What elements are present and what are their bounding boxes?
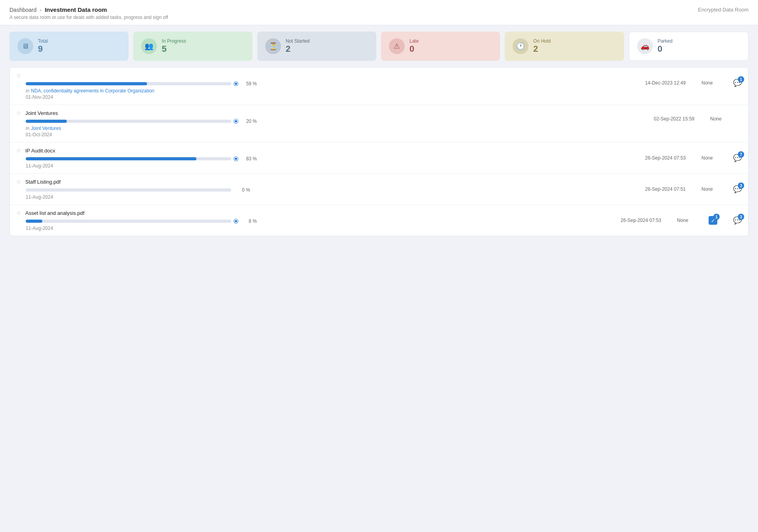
progress-section: 8 % [26, 218, 615, 224]
progress-pct: 83 % [243, 156, 257, 162]
stat-label-total: Total [38, 38, 48, 44]
progress-dot [234, 219, 238, 223]
row-inner: ☆ Asset list and analysis.pdf 8 % 11-Aug… [16, 210, 742, 231]
stat-icon-onhold: 🕐 [513, 38, 528, 54]
task-datetime: 26-Sep-2024 07:53 [645, 155, 686, 161]
task-top: ☆ Asset list and analysis.pdf [16, 210, 615, 216]
stats-bar: 🖥 Total 9 👥 In Progress 5 ⏳ Not Started … [0, 25, 758, 67]
star-icon[interactable]: ☆ [16, 147, 21, 154]
progress-pct: 59 % [243, 81, 257, 86]
star-icon[interactable]: ☆ [16, 179, 21, 185]
page-title: Investment Data room [45, 6, 107, 13]
task-date: 11-Aug-2024 [26, 226, 615, 231]
task-date: 01-Nov-2024 [26, 94, 615, 100]
task-comments[interactable]: 💬 3 [733, 185, 742, 194]
star-icon[interactable]: ☆ [16, 110, 21, 116]
task-name: Asset list and analysis.pdf [25, 210, 85, 216]
stat-icon-notstarted: ⏳ [265, 38, 281, 54]
star-icon[interactable]: ☆ [16, 72, 21, 79]
progress-section: 59 % [26, 81, 615, 86]
task-top: ☆ Joint Ventures [16, 110, 615, 116]
task-comments[interactable]: 💬 1 [733, 79, 742, 87]
task-date: 01-Oct-2024 [26, 132, 615, 137]
stat-card-total[interactable]: 🖥 Total 9 [9, 32, 128, 61]
stat-label-onhold: On Hold [533, 38, 551, 44]
task-assignee: None [701, 155, 717, 161]
star-icon[interactable]: ☆ [16, 210, 21, 216]
stat-info-notstarted: Not Started 2 [286, 38, 310, 54]
stat-label-notstarted: Not Started [286, 38, 310, 44]
task-parent-label: in [26, 126, 29, 131]
task-datetime: 26-Sep-2024 07:53 [620, 218, 661, 223]
row-right: 14-Dec-2023 12:49 None 💬 1 [615, 72, 742, 87]
stat-count-onhold: 2 [533, 44, 551, 54]
task-parent-label: in [26, 88, 29, 94]
comment-badge: 3 [738, 182, 744, 189]
progress-pct: 0 % [236, 187, 250, 193]
task-name: Joint Ventures [25, 110, 58, 116]
task-datetime: 14-Dec-2023 12:49 [645, 80, 686, 86]
encrypted-label: Encrypted Data Room [698, 7, 749, 13]
task-assignee: None [677, 218, 693, 223]
stat-card-notstarted[interactable]: ⏳ Not Started 2 [257, 32, 376, 61]
stat-card-parked[interactable]: 🚗 Parked 0 [629, 32, 749, 61]
progress-bar-fill [26, 220, 42, 223]
row-right: 26-Sep-2024 07:53 None 💬 7 [615, 147, 742, 162]
row-inner: ☆ IP Audit.docx 83 % 11-Aug-2024 26-Sep-… [16, 147, 742, 169]
stat-label-inprogress: In Progress [162, 38, 186, 44]
row-left: ☆ IP Audit.docx 83 % 11-Aug-2024 [16, 147, 615, 169]
task-top: ☆ [16, 72, 615, 79]
task-date: 11-Aug-2024 [26, 163, 615, 169]
task-check-wrapper[interactable]: ✓ 1 [709, 216, 717, 225]
stat-info-inprogress: In Progress 5 [162, 38, 186, 54]
row-left: ☆ 59 % in NDA, confidentiality agreement… [16, 72, 615, 100]
breadcrumb-dashboard[interactable]: Dashboard [9, 7, 37, 13]
stat-icon-late: ⚠ [389, 38, 405, 54]
table-row: ☆ IP Audit.docx 83 % 11-Aug-2024 26-Sep-… [10, 143, 748, 174]
task-parent-row: in NDA, confidentiality agreements in Co… [26, 88, 615, 94]
progress-pct: 8 % [243, 218, 257, 224]
stat-info-parked: Parked 0 [658, 38, 673, 54]
stat-card-inprogress[interactable]: 👥 In Progress 5 [133, 32, 252, 61]
progress-section: 0 % [26, 187, 615, 193]
check-badge: 1 [713, 214, 720, 220]
stat-info-late: Late 0 [409, 38, 419, 54]
comment-badge: 7 [738, 151, 744, 158]
row-inner: ☆ Staff Listing.pdf 0 % 11-Aug-2024 26-S… [16, 179, 742, 200]
task-name: Staff Listing.pdf [25, 179, 60, 185]
progress-bar-fill [26, 120, 67, 123]
progress-dot [234, 119, 238, 123]
task-parent-link[interactable]: NDA, confidentiality agreements in Corpo… [31, 88, 154, 94]
stat-count-parked: 0 [658, 44, 673, 54]
stat-count-inprogress: 5 [162, 44, 186, 54]
row-right: 26-Sep-2024 07:51 None 💬 3 [615, 179, 742, 194]
progress-bar-fill [26, 157, 196, 160]
stat-card-late[interactable]: ⚠ Late 0 [381, 32, 500, 61]
progress-bar-wrapper [26, 188, 231, 192]
stat-icon-total: 🖥 [17, 38, 33, 54]
task-assignee: None [710, 116, 726, 122]
stat-count-notstarted: 2 [286, 44, 310, 54]
stat-info-total: Total 9 [38, 38, 48, 54]
stat-count-total: 9 [38, 44, 48, 54]
stat-info-onhold: On Hold 2 [533, 38, 551, 54]
progress-section: 83 % [26, 156, 615, 162]
row-left: ☆ Staff Listing.pdf 0 % 11-Aug-2024 [16, 179, 615, 200]
stat-count-late: 0 [409, 44, 419, 54]
table-row: ☆ Staff Listing.pdf 0 % 11-Aug-2024 26-S… [10, 174, 748, 205]
task-datetime: 02-Sep-2022 15:59 [654, 116, 694, 122]
progress-bar-wrapper [26, 82, 231, 85]
progress-bar-fill [26, 82, 147, 85]
task-datetime: 26-Sep-2024 07:51 [645, 186, 686, 192]
task-date: 11-Aug-2024 [26, 194, 615, 200]
task-parent-link[interactable]: Joint Ventures [31, 126, 61, 131]
stat-card-onhold[interactable]: 🕐 On Hold 2 [505, 32, 624, 61]
task-comments[interactable]: 💬 7 [733, 154, 742, 162]
task-comments[interactable]: 💬 3 [733, 216, 742, 225]
task-name: IP Audit.docx [25, 148, 55, 154]
comment-badge: 1 [738, 76, 744, 83]
breadcrumb: Dashboard › Investment Data room Encrypt… [9, 6, 749, 13]
progress-dot [234, 157, 238, 161]
row-inner: ☆ Joint Ventures 20 % in Joint Ventures … [16, 110, 742, 137]
breadcrumb-chevron: › [40, 7, 42, 13]
